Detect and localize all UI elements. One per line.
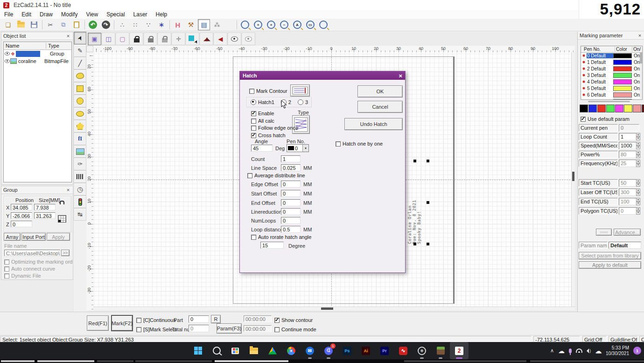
hscroll-thumb[interactable] (321, 307, 333, 310)
node-tool-button[interactable]: ⁂ (211, 19, 223, 30)
close-icon[interactable]: × (637, 33, 643, 38)
r-button[interactable]: R (211, 315, 221, 323)
node-edit-button-2[interactable]: ∷ (129, 19, 141, 30)
node-edit-button-3[interactable]: ∵ (142, 19, 154, 30)
put-to-origin-button[interactable]: ✛ (172, 33, 185, 45)
object-name-cell[interactable]: coraline (17, 58, 42, 64)
status-object[interactable]: Object:Off (639, 336, 644, 342)
color-swatch[interactable] (606, 105, 615, 112)
select-param-button[interactable]: Select param from library (579, 252, 641, 259)
pen-row-6[interactable]: ✱6 DefaultOn (581, 92, 642, 98)
dropdown-arrow-icon[interactable]: ▼ (302, 145, 308, 152)
x-position-input[interactable]: 34.085 (11, 204, 32, 210)
spinner[interactable]: ▲▼ (636, 151, 640, 158)
barcode-tool-button[interactable] (74, 170, 86, 183)
hatch-dialog-title-bar[interactable]: Hatch × (240, 71, 405, 80)
speed-input[interactable]: 1000 (619, 142, 636, 149)
input-port-button[interactable]: Input Port (21, 233, 46, 241)
mark-parameter-button[interactable]: ▤ (198, 19, 210, 30)
color-swatch[interactable] (615, 105, 623, 112)
y-position-input[interactable]: -26.066 (11, 212, 32, 219)
enable-checkbox[interactable]: Enable (251, 111, 274, 116)
all-calc-checkbox[interactable]: All calc (251, 118, 274, 124)
group-button[interactable]: ▣ (88, 33, 101, 45)
dynamic-file-checkbox[interactable]: Dynamic File (4, 273, 41, 279)
browse-button[interactable]: >> (61, 250, 70, 256)
vscroll-thumb[interactable] (572, 172, 574, 181)
anchor-grid-button[interactable] (58, 215, 66, 223)
lock-button[interactable] (130, 33, 143, 45)
clock-tray[interactable]: 5:33 PM 10/30/2021 (606, 345, 629, 356)
illustrator-button[interactable]: Ai (357, 342, 375, 359)
end-tc-input[interactable]: 100 (619, 198, 636, 205)
zoom-select-button[interactable] (239, 19, 251, 30)
color-swatch[interactable] (588, 105, 597, 112)
vector-file-tool-button[interactable]: ✑ (74, 158, 86, 170)
close-icon[interactable]: × (65, 187, 71, 193)
follow-edge-checkbox[interactable]: Follow edge once (251, 125, 298, 131)
dialog-close-icon[interactable]: × (399, 72, 402, 79)
visibility-eye-icon[interactable] (5, 59, 10, 63)
output-port-tool-button[interactable]: ↹ (74, 208, 86, 221)
cut-button[interactable]: ✂ (44, 19, 56, 30)
canvas-hscrollbar[interactable] (93, 307, 575, 310)
input-port-tool-button[interactable] (74, 195, 86, 208)
minecraft-button[interactable] (431, 342, 450, 359)
weather-icon[interactable]: ☁ (595, 347, 602, 355)
discord-button[interactable]: ᗧ 1 (319, 342, 338, 359)
spinner[interactable]: ▲▼ (636, 142, 640, 149)
google-drive-button[interactable] (263, 342, 282, 359)
node-edit-tool-button[interactable]: ✎ (74, 44, 86, 57)
preview-show-button[interactable] (228, 33, 241, 45)
ellipse-tool-button[interactable] (74, 107, 86, 120)
spinner[interactable]: ▲▼ (636, 207, 640, 215)
circle-tool-button[interactable] (74, 95, 86, 107)
thunderbird-button[interactable]: ✉ (301, 342, 319, 359)
auto-connect-checkbox[interactable]: Auto connect curve (4, 266, 55, 272)
paste-button[interactable] (70, 19, 83, 30)
param-f3-button[interactable]: Param(F3) (217, 323, 242, 334)
end-offset-input[interactable]: 0 (281, 199, 301, 206)
apply-to-default-button[interactable]: Apply to default (579, 261, 641, 269)
ok-button[interactable]: OK (357, 85, 403, 98)
y-size-input[interactable]: 31.263 (34, 212, 56, 219)
hatch-type-button[interactable] (292, 115, 310, 134)
paint-app-button[interactable]: ∿ (394, 342, 413, 359)
part-input[interactable]: 0 (189, 315, 209, 323)
zoom-extend-button[interactable]: + (252, 19, 264, 30)
status-guildline[interactable]: Guildline:Off (609, 336, 637, 342)
column-name[interactable]: Name (4, 43, 46, 49)
total-input[interactable]: 0 (189, 325, 209, 332)
node-edit-button-4[interactable]: ∗ (155, 19, 168, 30)
color-swatch[interactable] (633, 105, 641, 112)
selection-handle[interactable] (413, 243, 416, 245)
x-size-input[interactable]: 7.938 (34, 204, 56, 210)
count-input[interactable]: 1 (281, 155, 301, 162)
continuous-checkbox[interactable]: [C]Continuous (136, 317, 176, 323)
unlock-button[interactable] (144, 33, 157, 45)
preview-hide-button[interactable] (242, 33, 255, 45)
z-position-input[interactable]: 0 (11, 221, 32, 227)
hatch1-radio[interactable]: Hatch1 (251, 99, 274, 105)
premiere-button[interactable]: Pr (375, 342, 394, 359)
menu-special[interactable]: Special (102, 11, 129, 18)
laser-off-tc-input[interactable]: 300 (619, 188, 636, 196)
selection-handle[interactable] (427, 201, 429, 204)
cross-hatch-checkbox[interactable]: Cross hatch (251, 133, 286, 138)
cancel-button[interactable]: Cancel (357, 101, 403, 113)
pen-row-7[interactable]: ✱7 DefaultOn (581, 98, 642, 100)
auto-rotate-angle-input[interactable]: 15 (260, 242, 284, 249)
zoom-in-button[interactable]: + (265, 19, 277, 30)
object-row-group[interactable]: ❖ Group (4, 50, 71, 57)
advance-button[interactable]: Advance... (614, 229, 641, 236)
color-swatch[interactable] (580, 105, 588, 112)
zoom-all-button[interactable]: A (291, 19, 303, 30)
hatch3-radio[interactable]: 3 (298, 99, 308, 105)
object-name-cell[interactable] (16, 51, 40, 57)
spinner[interactable]: ▲▼ (636, 179, 640, 187)
object-list-header[interactable]: Name Type (4, 42, 71, 50)
search-button[interactable] (207, 342, 226, 359)
use-default-param-checkbox[interactable]: Use default param (581, 116, 630, 122)
file-explorer-button[interactable] (245, 342, 263, 359)
contour-pattern-button[interactable] (290, 84, 310, 97)
